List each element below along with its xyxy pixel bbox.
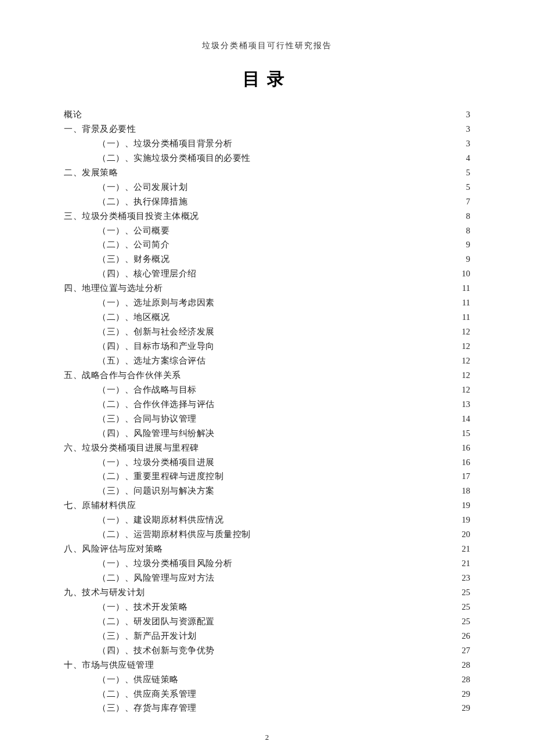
toc-entry: （三）、问题识别与解决方案18 [64,484,470,498]
toc-entry-page: 20 [460,527,470,542]
toc-entry: （五）、选址方案综合评估12 [64,354,470,368]
toc-entry-page: 8 [460,224,470,238]
toc-entry-label: （一）、垃圾分类桶项目进展 [98,455,215,470]
toc-entry-page: 19 [460,513,470,527]
toc-entry-page: 3 [460,122,470,136]
toc-entry-label: （二）、实施垃圾分类桶项目的必要性 [98,151,251,165]
toc-entry-page: 21 [460,542,470,556]
toc-entry: （一）、公司发展计划5 [64,180,470,195]
toc-entry-page: 29 [460,701,470,715]
toc-entry-label: 七、原辅材料供应 [64,498,136,513]
toc-entry: （二）、运营期原材料供应与质量控制20 [64,527,470,542]
toc-entry-label: （一）、公司发展计划 [98,180,187,195]
toc-entry-page: 21 [460,556,470,571]
toc-entry: （一）、垃圾分类桶项目背景分析3 [64,136,470,151]
toc-entry-page: 5 [460,180,470,195]
toc-entry-page: 5 [460,165,470,180]
toc-entry-page: 29 [460,687,470,701]
toc-entry-label: （二）、重要里程碑与进度控制 [98,469,223,484]
toc-entry-label: （一）、建设期原材料供应情况 [98,513,223,527]
toc-entry: 五、战略合作与合作伙伴关系12 [64,368,470,383]
toc-entry-page: 13 [460,397,470,412]
toc-entry-label: （三）、新产品开发计划 [98,629,197,643]
toc-entry: （二）、研发团队与资源配置25 [64,614,470,629]
toc-entry-label: 二、发展策略 [64,165,118,180]
toc-entry-page: 4 [460,151,470,165]
page-title: 目录 [64,67,470,91]
toc-entry-label: （二）、供应商关系管理 [98,687,197,701]
toc-entry-label: （一）、垃圾分类桶项目背景分析 [98,136,233,151]
toc-entry-label: （三）、创新与社会经济发展 [98,325,215,339]
toc-entry: （一）、公司概要8 [64,224,470,238]
table-of-contents: 概论3一、背景及必要性3（一）、垃圾分类桶项目背景分析3（二）、实施垃圾分类桶项… [64,107,470,715]
toc-entry: （三）、新产品开发计划26 [64,629,470,643]
toc-entry-label: （四）、技术创新与竞争优势 [98,643,215,658]
toc-entry: （四）、技术创新与竞争优势27 [64,643,470,658]
toc-entry-page: 10 [460,267,470,281]
toc-entry: （二）、公司简介9 [64,237,470,252]
toc-entry: 十、市场与供应链管理28 [64,658,470,672]
toc-entry-page: 27 [460,643,470,658]
toc-entry-label: 十、市场与供应链管理 [64,658,154,672]
toc-entry-label: （二）、公司简介 [98,237,169,252]
toc-entry-page: 9 [460,237,470,252]
toc-entry: （二）、重要里程碑与进度控制17 [64,469,470,484]
toc-entry-page: 7 [460,195,470,209]
toc-entry: （四）、目标市场和产业导向12 [64,339,470,354]
toc-entry-page: 23 [460,571,470,585]
toc-entry-label: （四）、核心管理层介绍 [98,267,197,281]
toc-entry: 二、发展策略5 [64,165,470,180]
toc-entry-page: 12 [460,368,470,383]
toc-entry: 三、垃圾分类桶项目投资主体概况8 [64,209,470,224]
toc-entry-page: 12 [460,354,470,368]
toc-entry: （一）、垃圾分类桶项目风险分析21 [64,556,470,571]
toc-entry-page: 12 [460,383,470,397]
toc-entry-page: 14 [460,412,470,426]
toc-entry-label: 三、垃圾分类桶项目投资主体概况 [64,209,199,224]
toc-entry-label: 概论 [64,107,82,122]
toc-entry-label: 九、技术与研发计划 [64,585,145,600]
toc-entry: （二）、地区概况11 [64,310,470,325]
toc-entry-label: 五、战略合作与合作伙伴关系 [64,368,181,383]
toc-entry: 八、风险评估与应对策略21 [64,542,470,556]
toc-entry-label: （一）、供应链策略 [98,672,179,687]
toc-entry: （二）、实施垃圾分类桶项目的必要性4 [64,151,470,165]
toc-entry: （二）、供应商关系管理29 [64,687,470,701]
toc-entry: （一）、垃圾分类桶项目进展16 [64,455,470,470]
toc-entry: （一）、选址原则与考虑因素11 [64,296,470,310]
toc-entry: （一）、技术开发策略25 [64,600,470,614]
toc-entry-label: （四）、风险管理与纠纷解决 [98,426,215,441]
toc-entry-label: （三）、合同与协议管理 [98,412,197,426]
toc-entry-label: 六、垃圾分类桶项目进展与里程碑 [64,441,199,455]
toc-entry-page: 12 [460,325,470,339]
toc-entry-page: 25 [460,600,470,614]
toc-entry-page: 11 [460,310,470,325]
toc-entry-label: （二）、合作伙伴选择与评估 [98,397,215,412]
toc-entry-page: 28 [460,672,470,687]
toc-entry-page: 18 [460,484,470,498]
toc-entry-page: 16 [460,455,470,470]
toc-entry-label: （二）、执行保障措施 [98,195,187,209]
toc-entry: （二）、风险管理与应对方法23 [64,571,470,585]
toc-entry-label: （二）、地区概况 [98,310,169,325]
toc-entry-label: （五）、选址方案综合评估 [98,354,205,368]
toc-entry-label: 八、风险评估与应对策略 [64,542,163,556]
toc-entry-label: （一）、技术开发策略 [98,600,187,614]
toc-entry: 四、地理位置与选址分析11 [64,281,470,296]
toc-entry: （四）、核心管理层介绍10 [64,267,470,281]
toc-entry-label: 四、地理位置与选址分析 [64,281,163,296]
document-header: 垃圾分类桶项目可行性研究报告 [64,41,470,51]
toc-entry: （三）、合同与协议管理14 [64,412,470,426]
toc-entry: （三）、财务概况9 [64,252,470,267]
toc-entry-label: （三）、存货与库存管理 [98,701,197,715]
toc-entry-page: 19 [460,498,470,513]
toc-entry-page: 25 [460,614,470,629]
toc-entry: （四）、风险管理与纠纷解决15 [64,426,470,441]
toc-entry-page: 26 [460,629,470,643]
toc-entry-page: 8 [460,209,470,224]
toc-entry: （二）、合作伙伴选择与评估13 [64,397,470,412]
page-number: 2 [0,733,534,742]
toc-entry-label: 一、背景及必要性 [64,122,136,136]
toc-entry-page: 11 [460,296,470,310]
toc-entry: （一）、建设期原材料供应情况19 [64,513,470,527]
